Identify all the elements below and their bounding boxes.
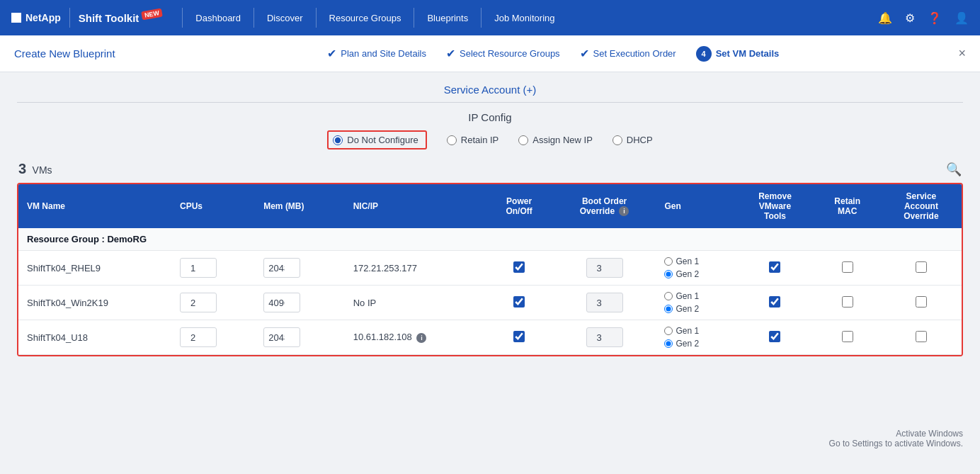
- wizard-steps: ✔ Plan and Site Details ✔ Select Resourc…: [141, 46, 966, 62]
- wizard-title: Create New Blueprint: [14, 47, 115, 60]
- netapp-square-icon: [11, 13, 21, 23]
- boot-order-input-2[interactable]: [586, 327, 623, 347]
- vm-table: VM Name CPUs Mem (MB) NIC/IP PowerOn/Off…: [18, 184, 962, 355]
- vm-count-label: VMs: [33, 164, 52, 176]
- table-header-row: VM Name CPUs Mem (MB) NIC/IP PowerOn/Off…: [18, 184, 962, 228]
- nav-divider-4: [316, 8, 317, 28]
- nic-ip-info-icon: i: [416, 333, 426, 343]
- netapp-logo: NetApp: [11, 12, 61, 23]
- col-boot-order: Boot OrderOverride i: [553, 184, 656, 228]
- ip-radio-assign-new-ip[interactable]: [518, 135, 528, 145]
- gen1-option-1[interactable]: Gen 1: [664, 291, 727, 301]
- gen1-option-0[interactable]: Gen 1: [664, 256, 727, 266]
- step2-label: Select Resource Groups: [460, 48, 560, 59]
- power-checkbox-0[interactable]: [513, 261, 525, 273]
- vm-table-wrapper: VM Name CPUs Mem (MB) NIC/IP PowerOn/Off…: [17, 183, 963, 356]
- nav-discover[interactable]: Discover: [257, 13, 313, 23]
- vm-name-2: ShiftTk04_U18: [18, 320, 171, 355]
- ip-option-dhcp[interactable]: DHCP: [612, 135, 653, 145]
- step1-label: Plan and Site Details: [341, 48, 426, 59]
- ip-radio-do-not-configure[interactable]: [333, 135, 343, 145]
- remove-vmware-checkbox-2[interactable]: [769, 331, 780, 342]
- table-row: ShiftTk04_Win2K19 No IP Gen 1 Gen 2: [18, 286, 962, 320]
- search-icon[interactable]: 🔍: [946, 162, 962, 177]
- ip-option-assign-new-ip[interactable]: Assign New IP: [518, 135, 593, 145]
- step4-circle: 4: [696, 46, 712, 62]
- vm-count-row: 3 VMs 🔍: [17, 161, 963, 177]
- shift-toolkit-label: Shift Toolkit: [79, 12, 139, 24]
- remove-vmware-checkbox-1[interactable]: [769, 296, 780, 307]
- gear-icon[interactable]: ⚙: [905, 11, 915, 25]
- ip-radio-retain-ip[interactable]: [447, 135, 457, 145]
- col-nic-ip: NIC/IP: [345, 184, 486, 228]
- ip-config-section: IP Config Do Not Configure Retain IP Ass…: [17, 111, 963, 149]
- col-cpus: CPUs: [171, 184, 255, 228]
- svc-acct-checkbox-1[interactable]: [916, 296, 927, 307]
- netapp-label: NetApp: [25, 12, 61, 23]
- step2-check-icon: ✔: [446, 47, 455, 60]
- ip-option-retain-ip[interactable]: Retain IP: [447, 135, 498, 145]
- ip-option-assign-new-ip-label: Assign New IP: [532, 135, 593, 145]
- retain-mac-checkbox-1[interactable]: [842, 296, 853, 307]
- nav-job-monitoring[interactable]: Job Monitoring: [484, 13, 564, 23]
- section-divider-1: [17, 102, 963, 103]
- gen2-option-0[interactable]: Gen 2: [664, 269, 727, 279]
- wizard-close-button[interactable]: ×: [958, 46, 966, 61]
- mem-input-1[interactable]: [263, 293, 300, 312]
- boot-order-input-1[interactable]: [586, 293, 623, 312]
- power-checkbox-1[interactable]: [513, 296, 525, 307]
- top-navigation: NetApp Shift Toolkit NEW Dashboard Disco…: [0, 0, 980, 35]
- main-content: Service Account (+) IP Config Do Not Con…: [0, 72, 980, 474]
- gen1-option-2[interactable]: Gen 1: [664, 326, 727, 336]
- boot-order-input-0[interactable]: [586, 258, 623, 278]
- nav-divider-2: [182, 8, 183, 28]
- gen-group-2: Gen 1 Gen 2: [664, 326, 727, 349]
- cpus-input-2[interactable]: [180, 327, 217, 347]
- nav-divider: [69, 8, 70, 28]
- nav-divider-5: [414, 8, 414, 28]
- nav-blueprints[interactable]: Blueprints: [417, 13, 478, 23]
- boot-order-info-icon: i: [619, 206, 629, 216]
- retain-mac-checkbox-2[interactable]: [842, 331, 853, 342]
- help-icon[interactable]: ❓: [928, 11, 942, 25]
- wizard-bar: Create New Blueprint ✔ Plan and Site Det…: [0, 35, 980, 72]
- ip-options: Do Not Configure Retain IP Assign New IP…: [17, 130, 963, 149]
- col-remove-vmware: RemoveVMwareTools: [736, 184, 814, 228]
- gen-group-1: Gen 1 Gen 2: [664, 291, 727, 314]
- group-label: Resource Group : DemoRG: [18, 228, 962, 251]
- svc-acct-checkbox-2[interactable]: [916, 331, 927, 342]
- gen-group-0: Gen 1 Gen 2: [664, 256, 727, 279]
- col-mem: Mem (MB): [255, 184, 344, 228]
- wizard-step-2: ✔ Select Resource Groups: [446, 47, 560, 60]
- nav-resource-groups[interactable]: Resource Groups: [319, 13, 411, 23]
- mem-input-0[interactable]: [263, 258, 300, 278]
- power-checkbox-2[interactable]: [513, 331, 525, 342]
- service-account-section: Service Account (+): [17, 84, 963, 96]
- mem-input-2[interactable]: [263, 327, 300, 347]
- vm-count: 3 VMs: [18, 161, 52, 177]
- svc-acct-checkbox-0[interactable]: [916, 261, 927, 273]
- step3-label: Set Execution Order: [593, 48, 676, 59]
- ip-option-dhcp-label: DHCP: [627, 135, 653, 145]
- table-group-header: Resource Group : DemoRG: [18, 228, 962, 251]
- nav-dashboard[interactable]: Dashboard: [186, 13, 251, 23]
- gen2-option-1[interactable]: Gen 2: [664, 304, 727, 314]
- step1-check-icon: ✔: [327, 47, 336, 60]
- col-retain-mac: RetainMAC: [814, 184, 880, 228]
- ip-option-do-not-configure[interactable]: Do Not Configure: [327, 130, 426, 149]
- gen2-option-2[interactable]: Gen 2: [664, 339, 727, 349]
- remove-vmware-checkbox-0[interactable]: [769, 261, 780, 273]
- nic-ip-1: No IP: [353, 298, 377, 308]
- col-gen: Gen: [656, 184, 736, 228]
- ip-radio-dhcp[interactable]: [612, 135, 622, 145]
- cpus-input-0[interactable]: [180, 258, 217, 278]
- vm-name-1: ShiftTk04_Win2K19: [18, 286, 171, 320]
- service-account-plus[interactable]: (+): [523, 84, 536, 96]
- col-power: PowerOn/Off: [485, 184, 552, 228]
- cpus-input-1[interactable]: [180, 293, 217, 312]
- user-icon[interactable]: 👤: [955, 11, 969, 25]
- bell-icon[interactable]: 🔔: [878, 11, 892, 25]
- nic-ip-0: 172.21.253.177: [353, 263, 417, 273]
- retain-mac-checkbox-0[interactable]: [842, 261, 853, 273]
- col-svc-acct: ServiceAccountOverride: [881, 184, 962, 228]
